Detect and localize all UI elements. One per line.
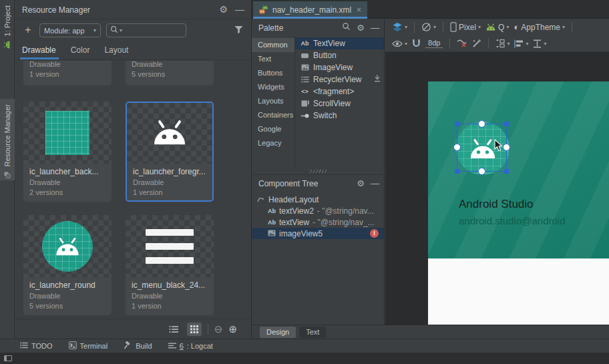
minimize-icon[interactable]: —	[371, 23, 379, 33]
drawable-card-partial[interactable]: Drawable 1 version	[23, 61, 112, 85]
list-view-button[interactable]	[166, 323, 181, 336]
search-icon[interactable]	[342, 22, 351, 33]
api-version-selector[interactable]: Q ▾	[485, 23, 509, 32]
align-button[interactable]: ▾	[514, 39, 528, 48]
drawable-card-ic-launcher-round[interactable]: ic_launcher_round Drawable 5 versions	[23, 215, 112, 315]
constraint-anchor[interactable]	[478, 168, 485, 175]
tree-node-binding: - "@string/nav...	[317, 206, 374, 216]
infer-constraints-button[interactable]	[472, 39, 481, 48]
view-options-button[interactable]: ▾	[392, 40, 407, 47]
minimize-icon[interactable]: —	[371, 178, 379, 188]
divider	[208, 324, 208, 335]
fragment-icon: <>	[300, 88, 310, 95]
resize-handle[interactable]	[504, 122, 509, 126]
category-buttons[interactable]: Buttons	[252, 66, 294, 80]
panel-splitter[interactable]	[252, 168, 385, 174]
orientation-selector[interactable]: ▾	[421, 22, 436, 32]
search-input[interactable]: ▾	[106, 23, 186, 37]
design-canvas[interactable]: Android Studio android.studio@android	[385, 52, 609, 325]
component-label: TextView	[313, 39, 345, 48]
constraint-anchor[interactable]	[478, 120, 485, 128]
category-containers[interactable]: Containers	[252, 108, 294, 122]
default-margin-button[interactable]: 8dp	[425, 39, 443, 48]
drawable-card-partial[interactable]: Drawable 5 versions	[126, 61, 214, 85]
resize-handle[interactable]	[455, 122, 459, 126]
component-label: Switch	[313, 111, 337, 120]
gear-icon[interactable]: ⚙	[357, 23, 365, 33]
resize-handle[interactable]	[504, 169, 509, 174]
divider	[488, 38, 489, 49]
tree-node-textview[interactable]: Ab textView - "@string/nav_...	[252, 216, 384, 228]
editor-tab-nav-header-main[interactable]: <> nav_header_main.xml ×	[253, 1, 367, 19]
category-text[interactable]: Text	[252, 52, 294, 66]
tool-button-build[interactable]: Build	[124, 341, 152, 351]
filter-icon[interactable]	[234, 25, 243, 36]
chevron-down-icon: ▾	[405, 24, 407, 30]
component-scrollview[interactable]: ScrollView	[295, 98, 384, 110]
component-imageview[interactable]: ImageView	[295, 61, 384, 73]
component-button[interactable]: Button	[295, 49, 384, 61]
drawable-card-ic-launcher-foreground[interactable]: ic_launcher_foregr... Drawable 1 version	[126, 102, 214, 202]
drawable-card-ic-menu-black[interactable]: ic_menu_black_24... Drawable 1 version	[126, 215, 214, 315]
resize-handle[interactable]	[455, 169, 459, 174]
category-common[interactable]: Common	[252, 38, 294, 52]
tree-node-textview2[interactable]: Ab textView2 - "@string/nav...	[252, 205, 384, 216]
tool-button-todo[interactable]: TODO	[20, 342, 53, 350]
pack-button[interactable]: ▾	[495, 39, 510, 48]
tab-text[interactable]: Text	[299, 327, 326, 338]
component-fragment[interactable]: <> <fragment>	[295, 85, 384, 98]
category-widgets[interactable]: Widgets	[252, 80, 294, 94]
tree-node-label: textView2	[279, 206, 314, 216]
tab-color[interactable]: Color	[71, 45, 90, 59]
constraint-anchor[interactable]	[453, 144, 461, 151]
design-surface-selector[interactable]: ▾	[392, 22, 407, 32]
tree-node-label: textView	[279, 218, 309, 227]
tool-window-toggle-icon[interactable]	[4, 355, 12, 361]
tool-button-label: Build	[136, 342, 152, 350]
theme-selector[interactable]: ◐ AppTheme ▾	[514, 22, 565, 32]
tree-node-headerlayout[interactable]: HeaderLayout	[252, 194, 384, 205]
error-icon[interactable]: !	[370, 229, 379, 238]
textview-icon: Ab	[268, 208, 276, 214]
chevron-down-icon: ▾	[507, 41, 510, 47]
autoconnect-magnet-button[interactable]	[412, 39, 421, 48]
category-google[interactable]: Google	[252, 122, 294, 136]
category-legacy[interactable]: Legacy	[252, 136, 294, 150]
sidebar-tab-project[interactable]: 1: Project	[0, 5, 15, 79]
category-layouts[interactable]: Layouts	[252, 94, 294, 108]
android-studio-window: 1: Project Resource Manager Resource Man…	[0, 0, 609, 364]
tab-design[interactable]: Design	[260, 327, 296, 338]
guidelines-button[interactable]: ▾	[533, 39, 546, 48]
preview-body-area[interactable]	[428, 258, 609, 325]
device-selector-label: Pixel	[459, 23, 476, 32]
editor-mode-tabs: Design Text	[252, 325, 609, 339]
zoom-out-button[interactable]: ⊖	[214, 323, 223, 336]
close-icon[interactable]: ×	[357, 5, 361, 15]
constraint-anchor[interactable]	[503, 144, 510, 151]
component-textview[interactable]: Ab TextView	[295, 37, 384, 49]
nav-header-preview[interactable]: Android Studio android.studio@android	[428, 81, 609, 258]
tool-button-logcat[interactable]: 6: Logcat	[168, 342, 213, 350]
drawable-card-ic-launcher-background[interactable]: ic_launcher_back... Drawable 2 versions	[23, 102, 112, 202]
tool-button-terminal[interactable]: Terminal	[69, 341, 108, 351]
minimize-icon[interactable]: —	[235, 4, 244, 15]
sidebar-tab-resource-manager[interactable]: Resource Manager	[0, 99, 15, 180]
todo-icon	[20, 342, 28, 350]
component-label: ImageView	[313, 63, 353, 72]
tab-layout[interactable]: Layout	[104, 45, 128, 59]
grid-view-button[interactable]	[187, 323, 202, 336]
device-selector[interactable]: Pixel ▾	[450, 22, 481, 32]
download-icon[interactable]	[374, 75, 381, 84]
gear-icon[interactable]: ⚙	[219, 4, 228, 15]
zoom-in-button[interactable]: ⊕	[228, 323, 237, 336]
gear-icon[interactable]: ⚙	[357, 178, 365, 188]
clear-constraints-button[interactable]	[457, 39, 467, 48]
module-selector[interactable]: Module: app ▾	[39, 23, 101, 37]
preview-title-textview[interactable]: Android Studio	[459, 198, 534, 211]
component-switch[interactable]: Switch	[295, 110, 384, 122]
add-resource-button[interactable]: +	[21, 23, 35, 37]
tree-node-imageview5[interactable]: imageView5 !	[252, 228, 384, 239]
component-recyclerview[interactable]: RecyclerView	[295, 73, 384, 85]
preview-subtitle-textview[interactable]: android.studio@android	[459, 215, 566, 226]
chevron-down-icon: ▾	[526, 41, 528, 47]
